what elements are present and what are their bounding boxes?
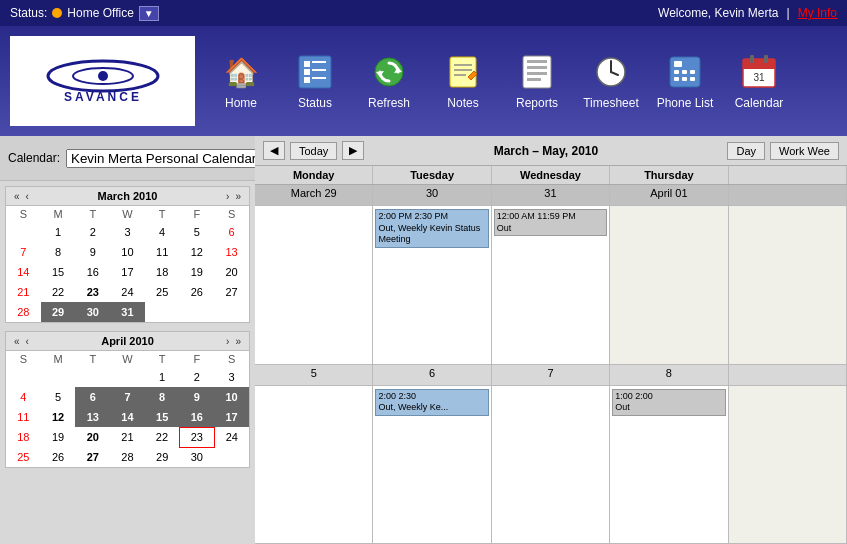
mini-cal-day[interactable]: 21 (110, 427, 145, 447)
mini-cal-day[interactable]: 4 (6, 387, 41, 407)
mini-cal-day[interactable]: 14 (110, 407, 145, 427)
mini-cal-day[interactable]: 21 (6, 282, 41, 302)
mini-cal-day[interactable]: 12 (41, 407, 76, 427)
mini-cal-day[interactable]: 22 (145, 427, 180, 447)
mini-cal-day[interactable]: 10 (214, 387, 249, 407)
mini-cal-first-prev[interactable]: « (11, 191, 23, 202)
toolbar-reports[interactable]: Reports (501, 36, 573, 126)
toolbar-home[interactable]: 🏠 Home (205, 36, 277, 126)
mini-cal-day[interactable]: 8 (145, 387, 180, 407)
mini-cal-day[interactable]: 24 (214, 427, 249, 447)
cell-extra2[interactable] (729, 386, 847, 544)
mini-cal-day[interactable]: 6 (214, 222, 249, 242)
mini-cal-day[interactable]: 10 (110, 242, 145, 262)
mini-cal-last-next[interactable]: » (232, 191, 244, 202)
mini-cal-prev[interactable]: ‹ (23, 191, 32, 202)
day-view-button[interactable]: Day (727, 142, 765, 160)
mini-cal-day[interactable]: 5 (41, 387, 76, 407)
calendar-dropdown[interactable]: Kevin Merta Personal Calendar (66, 149, 255, 168)
mini-cal-day[interactable]: 30 (180, 447, 215, 467)
cell-apr6[interactable]: 2:00 2:30 Out, Weekly Ke... (373, 386, 491, 544)
event-weekly-meeting[interactable]: 2:00 PM 2:30 PM Out, Weekly Kevin Status… (375, 209, 488, 248)
event-out-march31[interactable]: 12:00 AM 11:59 PM Out (494, 209, 607, 236)
mini-cal-april-next[interactable]: › (223, 336, 232, 347)
toolbar-calendar[interactable]: 31 Calendar (723, 36, 795, 126)
toolbar-status[interactable]: Status (279, 36, 351, 126)
mini-cal-day[interactable]: 26 (41, 447, 76, 467)
mini-cal-day[interactable]: 13 (75, 407, 110, 427)
cal-next-button[interactable]: ▶ (342, 141, 364, 160)
work-week-view-button[interactable]: Work Wee (770, 142, 839, 160)
mini-cal-day[interactable]: 17 (110, 262, 145, 282)
cell-march31[interactable]: 12:00 AM 11:59 PM Out (492, 206, 610, 364)
mini-cal-day[interactable]: 27 (75, 447, 110, 467)
cal-prev-button[interactable]: ◀ (263, 141, 285, 160)
week1-dates: March 29 30 31 April 01 (255, 185, 847, 206)
mini-cal-day[interactable]: 3 (110, 222, 145, 242)
cell-march29[interactable] (255, 206, 373, 364)
mini-cal-day[interactable]: 8 (41, 242, 76, 262)
mini-cal-day[interactable]: 28 (110, 447, 145, 467)
mini-cal-april-prev[interactable]: ‹ (23, 336, 32, 347)
toolbar-timesheet[interactable]: Timesheet (575, 36, 647, 126)
mini-cal-day[interactable]: 20 (214, 262, 249, 282)
mini-cal-day[interactable]: 29 (145, 447, 180, 467)
mini-cal-day[interactable]: 13 (214, 242, 249, 262)
mini-cal-april-last-next[interactable]: » (232, 336, 244, 347)
mini-cal-day[interactable]: 1 (41, 222, 76, 242)
cell-march30[interactable]: 2:00 PM 2:30 PM Out, Weekly Kevin Status… (373, 206, 491, 364)
mini-cal-day[interactable]: 3 (214, 367, 249, 387)
mini-cal-day[interactable]: 19 (180, 262, 215, 282)
my-info-link[interactable]: My Info (798, 6, 837, 20)
mini-cal-day[interactable]: 18 (6, 427, 41, 447)
status-dropdown[interactable]: ▼ (139, 6, 159, 21)
toolbar-notes[interactable]: Notes (427, 36, 499, 126)
mini-cal-day[interactable]: 1 (145, 367, 180, 387)
mini-cal-day[interactable]: 16 (75, 262, 110, 282)
mini-cal-day[interactable]: 4 (145, 222, 180, 242)
mini-cal-day[interactable]: 23 (180, 427, 215, 447)
mini-cal-day[interactable]: 24 (110, 282, 145, 302)
mini-cal-day[interactable]: 9 (75, 242, 110, 262)
cell-april01[interactable] (610, 206, 728, 364)
mini-cal-day[interactable]: 26 (180, 282, 215, 302)
mini-cal-day[interactable]: 9 (180, 387, 215, 407)
mini-cal-day[interactable]: 28 (6, 302, 41, 322)
mini-cal-day[interactable]: 27 (214, 282, 249, 302)
mini-cal-day[interactable]: 29 (41, 302, 76, 322)
mini-cal-day[interactable]: 14 (6, 262, 41, 282)
mini-cal-day[interactable]: 2 (180, 367, 215, 387)
cal-today-button[interactable]: Today (290, 142, 337, 160)
mini-cal-day[interactable]: 12 (180, 242, 215, 262)
mini-cal-day[interactable]: 23 (75, 282, 110, 302)
event-weekly-apr6[interactable]: 2:00 2:30 Out, Weekly Ke... (375, 389, 488, 416)
mini-cal-day[interactable]: 20 (75, 427, 110, 447)
mini-cal-day[interactable]: 16 (180, 407, 215, 427)
mini-cal-next[interactable]: › (223, 191, 232, 202)
toolbar-refresh[interactable]: Refresh (353, 36, 425, 126)
mini-cal-day[interactable]: 7 (6, 242, 41, 262)
mini-cal-day[interactable]: 15 (41, 262, 76, 282)
cell-apr8[interactable]: 1:00 2:00 Out (610, 386, 728, 544)
mini-cal-day[interactable]: 17 (214, 407, 249, 427)
mini-cal-day[interactable]: 25 (145, 282, 180, 302)
mini-cal-day[interactable]: 11 (6, 407, 41, 427)
cell-apr5[interactable] (255, 386, 373, 544)
mini-cal-april-first-prev[interactable]: « (11, 336, 23, 347)
mini-cal-day[interactable]: 2 (75, 222, 110, 242)
mini-cal-day[interactable]: 7 (110, 387, 145, 407)
mini-cal-day[interactable]: 5 (180, 222, 215, 242)
mini-cal-day[interactable]: 30 (75, 302, 110, 322)
mini-cal-day[interactable]: 31 (110, 302, 145, 322)
mini-cal-day[interactable]: 18 (145, 262, 180, 282)
mini-cal-day[interactable]: 15 (145, 407, 180, 427)
mini-cal-day[interactable]: 11 (145, 242, 180, 262)
event-out-apr8[interactable]: 1:00 2:00 Out (612, 389, 725, 416)
mini-cal-day[interactable]: 19 (41, 427, 76, 447)
toolbar-phonelist[interactable]: Phone List (649, 36, 721, 126)
mini-cal-day[interactable]: 25 (6, 447, 41, 467)
mini-cal-day[interactable]: 6 (75, 387, 110, 407)
cell-extra1[interactable] (729, 206, 847, 364)
cell-apr7[interactable] (492, 386, 610, 544)
mini-cal-day[interactable]: 22 (41, 282, 76, 302)
